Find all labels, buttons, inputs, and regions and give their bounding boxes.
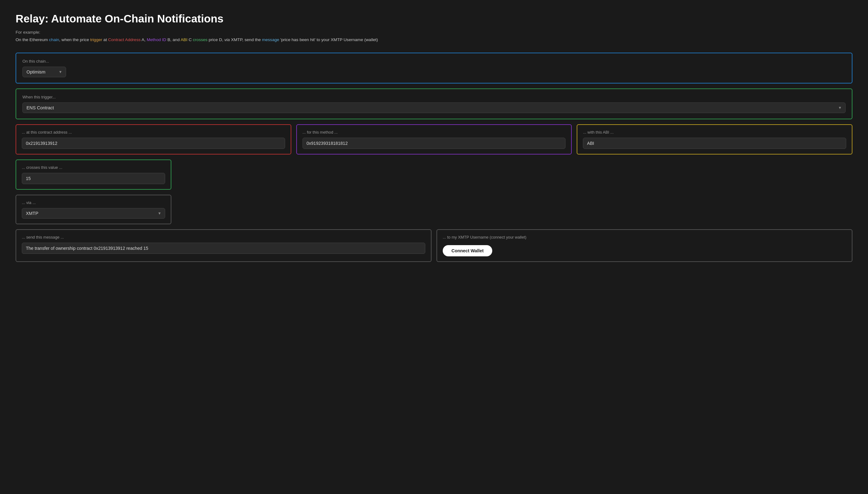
subtitle: For example: — [16, 30, 852, 35]
via-label: ... via ... — [22, 200, 165, 205]
message-section: ... send this message ... — [16, 229, 432, 262]
three-col-row: ... at this contract address ... ... for… — [16, 124, 852, 154]
abi-section: ... with this ABI ... — [577, 124, 852, 154]
method-input[interactable] — [303, 138, 566, 149]
via-select-wrapper: XMTP Email Webhook Telegram ▼ — [22, 208, 165, 218]
method-label: ... for this method ... — [303, 130, 566, 135]
abi-input[interactable] — [583, 138, 846, 149]
via-select[interactable]: XMTP Email Webhook Telegram — [22, 208, 165, 218]
trigger-section: When this trigger... ENS Contract Price … — [16, 89, 852, 119]
chain-section: On this chain... Optimism Ethereum Polyg… — [16, 53, 852, 83]
recipient-label: ... to my XMTP Username (connect your wa… — [443, 235, 846, 240]
chain-label: On this chain... — [22, 59, 846, 63]
contract-address-label: ... at this contract address ... — [22, 130, 285, 135]
page-title: Relay: Automate On-Chain Notifications — [16, 13, 852, 25]
crosses-label: ... crosses this value ... — [22, 165, 165, 170]
chain-select[interactable]: Optimism Ethereum Polygon Arbitrum Base — [22, 66, 66, 77]
message-input[interactable] — [22, 243, 425, 254]
bottom-row: ... send this message ... ... to my XMTP… — [16, 229, 852, 262]
contract-address-section: ... at this contract address ... — [16, 124, 291, 154]
trigger-label: When this trigger... — [22, 95, 846, 99]
description: On the Ethereum chain, when the price tr… — [16, 36, 852, 43]
abi-label: ... with this ABI ... — [583, 130, 846, 135]
via-section: ... via ... XMTP Email Webhook Telegram … — [16, 195, 852, 224]
trigger-select-wrapper: ENS Contract Price Feed Custom Contract … — [22, 102, 846, 113]
chain-select-wrapper: Optimism Ethereum Polygon Arbitrum Base … — [22, 66, 66, 77]
trigger-select[interactable]: ENS Contract Price Feed Custom Contract … — [22, 102, 846, 113]
method-section: ... for this method ... — [296, 124, 572, 154]
contract-address-input[interactable] — [22, 138, 285, 149]
recipient-section: ... to my XMTP Username (connect your wa… — [436, 229, 852, 262]
message-label: ... send this message ... — [22, 235, 425, 240]
crosses-input[interactable] — [22, 173, 165, 184]
connect-wallet-button[interactable]: Connect Wallet — [443, 245, 492, 256]
crosses-section: ... crosses this value ... — [16, 159, 171, 190]
